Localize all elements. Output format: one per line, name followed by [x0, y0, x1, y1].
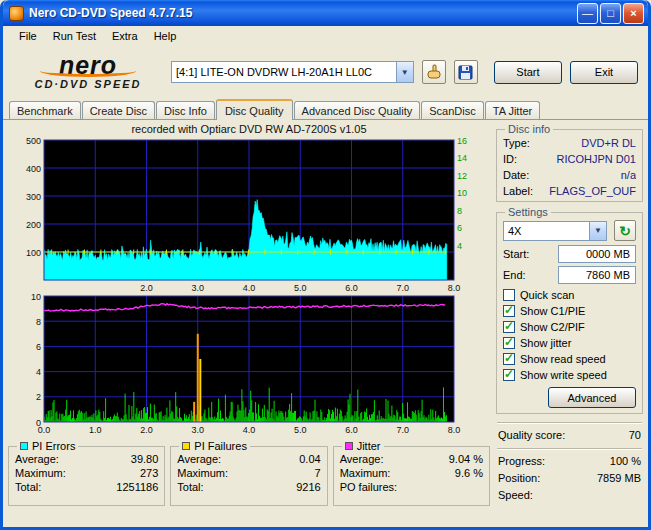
eject-button[interactable]: [422, 60, 446, 84]
stat-label: Maximum:: [15, 466, 66, 480]
checkbox-show-write-speed[interactable]: Show write speed: [503, 367, 636, 382]
window-title: Nero CD-DVD Speed 4.7.7.15: [29, 6, 575, 20]
checkbox-label: Quick scan: [520, 289, 574, 301]
titlebar[interactable]: Nero CD-DVD Speed 4.7.7.15 — □ ×: [3, 0, 648, 26]
nero-product-text: CD·DVD SPEED: [34, 78, 141, 90]
disc-info-row: Type:DVD+R DL: [503, 135, 636, 151]
tab-create-disc[interactable]: Create Disc: [82, 101, 155, 119]
menu-extra[interactable]: Extra: [104, 28, 146, 44]
stat-label: Average:: [15, 452, 59, 466]
chevron-down-icon[interactable]: ▼: [396, 62, 413, 82]
stat-value: 273: [140, 466, 158, 480]
checkbox-label: Show read speed: [520, 353, 606, 365]
stat-row: Total:9216: [177, 480, 320, 494]
speed-select[interactable]: 4X ▼: [503, 221, 607, 241]
tab-disc-quality[interactable]: Disc Quality: [216, 99, 293, 120]
toolbar: nero CD·DVD SPEED [4:1] LITE-ON DVDRW LH…: [3, 46, 648, 98]
speed-row: 4X ▼ ↻: [503, 220, 636, 241]
start-row: Start: 0000 MB: [503, 245, 636, 263]
progress-value: 100 %: [610, 453, 641, 470]
minimize-button[interactable]: —: [577, 3, 598, 24]
checkbox-label: Show C1/PIE: [520, 305, 585, 317]
speed-row-status: Speed:: [496, 487, 643, 504]
separator: [497, 422, 642, 423]
disc-info-row: Date:n/a: [503, 167, 636, 183]
quality-score-value: 70: [629, 427, 641, 444]
checkbox-show-jitter[interactable]: Show jitter: [503, 335, 636, 350]
checkbox-label: Show C2/PIF: [520, 321, 585, 333]
info-label: Label:: [503, 183, 533, 199]
end-row: End: 7860 MB: [503, 266, 636, 284]
stat-row: Average:9.04 %: [340, 452, 483, 466]
progress-row: Progress: 100 %: [496, 453, 643, 470]
stat-label: Average:: [340, 452, 384, 466]
speed-label: Speed:: [498, 487, 533, 504]
svg-text:3.0: 3.0: [191, 283, 204, 293]
exit-button[interactable]: Exit: [570, 61, 638, 84]
content: recorded with Optiarc DVD RW AD-7200S v1…: [3, 120, 648, 527]
info-value: RICOHJPN D01: [557, 151, 636, 167]
info-value: DVD+R DL: [581, 135, 636, 151]
refresh-button[interactable]: ↻: [614, 220, 636, 241]
pi-failures-stats: PI Failures Average:0.04 Maximum:7 Total…: [170, 440, 327, 506]
checkbox-show-c1-pie[interactable]: Show C1/PIE: [503, 303, 636, 318]
svg-text:6.0: 6.0: [345, 283, 358, 293]
checkbox-quick-scan[interactable]: Quick scan: [503, 287, 636, 302]
svg-text:2.0: 2.0: [140, 283, 153, 293]
svg-text:5.0: 5.0: [294, 425, 307, 435]
start-button[interactable]: Start: [494, 61, 562, 84]
stat-value: 7: [315, 466, 321, 480]
minimize-icon: —: [578, 4, 597, 23]
info-label: Date:: [503, 167, 529, 183]
disc-info-row: ID:RICOHJPN D01: [503, 151, 636, 167]
checkbox-icon: [503, 353, 515, 365]
svg-text:0.0: 0.0: [38, 425, 51, 435]
tab-benchmark[interactable]: Benchmark: [9, 101, 81, 119]
checkbox-show-read-speed[interactable]: Show read speed: [503, 351, 636, 366]
svg-text:4.0: 4.0: [243, 283, 256, 293]
stat-value: 1251186: [116, 480, 158, 494]
stat-row: PO failures:: [340, 480, 483, 494]
svg-text:6: 6: [36, 342, 41, 352]
tab-disc-info[interactable]: Disc Info: [156, 101, 215, 119]
end-input[interactable]: 7860 MB: [558, 266, 636, 284]
stat-value: 9.04 %: [449, 452, 483, 466]
floppy-icon: [458, 65, 473, 80]
tab-scandisc[interactable]: ScanDisc: [421, 101, 483, 119]
checkbox-icon: [503, 337, 515, 349]
stat-row: Maximum:9.6 %: [340, 466, 483, 480]
advanced-button[interactable]: Advanced: [548, 387, 636, 408]
svg-text:10: 10: [457, 188, 467, 198]
stat-value: 9216: [296, 480, 320, 494]
checkbox-label: Show write speed: [520, 369, 607, 381]
maximize-button[interactable]: □: [600, 3, 621, 24]
stat-value: 39.80: [131, 452, 159, 466]
start-input[interactable]: 0000 MB: [558, 245, 636, 263]
pi-failures-swatch: [182, 442, 190, 450]
info-label: ID:: [503, 151, 517, 167]
drive-select[interactable]: [4:1] LITE-ON DVDRW LH-20A1H LL0C ▼: [171, 61, 414, 83]
checkbox-show-c2-pif[interactable]: Show C2/PIF: [503, 319, 636, 334]
speed-select-value: 4X: [504, 225, 589, 237]
tab-ta-jitter[interactable]: TA Jitter: [485, 101, 541, 119]
pi-errors-swatch: [20, 442, 28, 450]
svg-text:10: 10: [31, 293, 41, 302]
maximize-icon: □: [601, 4, 620, 23]
chart-header: recorded with Optiarc DVD RW AD-7200S v1…: [8, 123, 490, 137]
stat-row: Total:1251186: [15, 480, 158, 494]
info-value: n/a: [621, 167, 636, 183]
stats-row: PI Errors Average:39.80 Maximum:273 Tota…: [8, 440, 490, 506]
save-button[interactable]: [454, 60, 478, 84]
chevron-down-icon[interactable]: ▼: [589, 222, 606, 240]
start-label: Start:: [503, 248, 529, 260]
checkbox-icon: [503, 289, 515, 301]
svg-text:200: 200: [26, 220, 41, 230]
stat-label: Total:: [177, 480, 203, 494]
close-button[interactable]: ×: [623, 3, 644, 24]
svg-text:6.0: 6.0: [345, 425, 358, 435]
menu-help[interactable]: Help: [146, 28, 185, 44]
menu-run-test[interactable]: Run Test: [45, 28, 104, 44]
menu-file[interactable]: File: [11, 28, 45, 44]
tab-advanced-disc-quality[interactable]: Advanced Disc Quality: [294, 101, 421, 119]
app-icon: [9, 6, 24, 21]
